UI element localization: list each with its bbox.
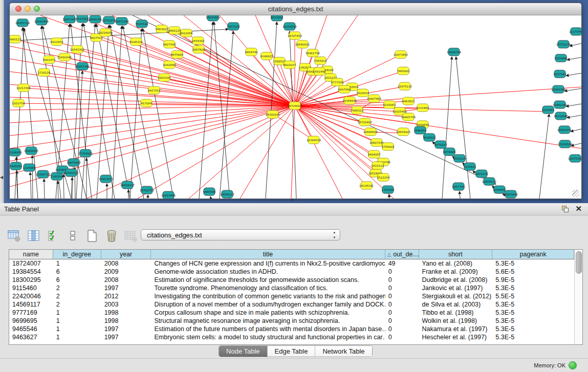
- graph-node[interactable]: 9684067: [368, 150, 381, 158]
- graph-node[interactable]: 10653287: [62, 15, 77, 23]
- graph-node[interactable]: 18300295: [266, 111, 280, 118]
- graph-node[interactable]: 10973493: [394, 51, 408, 58]
- collapse-handle-icon[interactable]: ◀: [0, 176, 3, 180]
- table-row[interactable]: 911546021997Tourette syndrome. Phenomeno…: [9, 284, 574, 292]
- graph-node[interactable]: 9146821: [260, 52, 273, 60]
- graph-node[interactable]: 16210643: [554, 112, 568, 120]
- table-select-dropdown[interactable]: citations_edges.txt ▴▾: [141, 229, 340, 240]
- graph-node[interactable]: 24055714: [15, 19, 30, 27]
- window-resize-grip[interactable]: [572, 190, 579, 197]
- graph-node[interactable]: 8822037: [284, 61, 296, 69]
- memory-status-indicator[interactable]: [569, 361, 577, 369]
- graph-node[interactable]: 2803144: [158, 74, 171, 81]
- graph-node[interactable]: 6879197: [434, 141, 447, 148]
- table-settings-icon[interactable]: [7, 229, 21, 243]
- graph-node[interactable]: 10925640: [504, 190, 518, 198]
- graph-node[interactable]: 11675342: [568, 155, 581, 162]
- graph-node[interactable]: 2522254: [377, 173, 390, 181]
- graph-node[interactable]: 2718126: [38, 69, 51, 76]
- graph-node[interactable]: 19384554: [307, 136, 321, 144]
- graph-node[interactable]: 10543382: [70, 46, 84, 53]
- graph-node[interactable]: 14569117: [220, 190, 234, 198]
- tab-network-table[interactable]: Network Table: [315, 346, 372, 357]
- graph-node[interactable]: 9242848: [163, 61, 176, 69]
- new-table-icon[interactable]: [85, 229, 99, 243]
- graph-node[interactable]: 8813054: [271, 15, 284, 21]
- table-scrollbar[interactable]: [574, 250, 582, 344]
- table-row[interactable]: 1872400712008Changes of HCN gene express…: [9, 259, 574, 268]
- graph-node[interactable]: 7955812: [314, 57, 327, 64]
- graph-node[interactable]: 17957253: [99, 175, 113, 183]
- splitpane-grip[interactable]: ▾: [292, 199, 296, 202]
- table-row[interactable]: 2242004622012Investigating the contribut…: [9, 292, 574, 300]
- column-header-title[interactable]: title: [151, 250, 385, 259]
- graph-node[interactable]: 9675685: [171, 51, 184, 58]
- graph-node[interactable]: 10654112: [482, 178, 496, 185]
- graph-node[interactable]: 9756928: [382, 143, 395, 150]
- graph-node[interactable]: 10688609: [363, 128, 378, 136]
- graph-node[interactable]: 1654382: [192, 37, 205, 45]
- graph-node[interactable]: 12923448: [161, 191, 176, 199]
- graph-node[interactable]: 6497568: [338, 85, 351, 93]
- graph-node[interactable]: 1691448: [313, 68, 326, 75]
- graph-node[interactable]: 9660123: [10, 35, 21, 43]
- graph-node[interactable]: 3215953: [542, 106, 555, 114]
- graph-node[interactable]: 7932621: [464, 163, 476, 170]
- graph-node[interactable]: 22420046: [57, 53, 72, 61]
- graph-node[interactable]: 9777169: [331, 78, 344, 86]
- graph-node[interactable]: 12975115: [398, 82, 412, 90]
- graph-node[interactable]: 16961758: [306, 49, 320, 57]
- graph-node[interactable]: 6216061: [383, 101, 396, 108]
- graph-node[interactable]: 7445061: [10, 162, 22, 170]
- graph-node[interactable]: 8912956: [180, 29, 193, 37]
- graph-node[interactable]: 7986322: [351, 106, 364, 114]
- graph-node[interactable]: 16958107: [120, 181, 135, 189]
- table-row[interactable]: 1938455462009Genome-wide association stu…: [9, 268, 574, 276]
- graph-node[interactable]: 11170767: [569, 28, 581, 35]
- graph-node[interactable]: 7857224: [227, 23, 240, 30]
- graph-node[interactable]: 7663822: [156, 25, 168, 33]
- scrollbar-thumb[interactable]: [576, 251, 582, 274]
- show-columns-icon[interactable]: [27, 229, 40, 243]
- graph-node[interactable]: 8454749: [245, 48, 258, 56]
- column-header-short[interactable]: short: [419, 250, 493, 259]
- graph-node[interactable]: 1527602: [76, 15, 89, 23]
- graph-node[interactable]: 1810754: [12, 99, 25, 107]
- graph-node[interactable]: 28495758: [401, 113, 416, 121]
- graph-node[interactable]: 39975887: [67, 159, 81, 166]
- close-traffic-icon[interactable]: [15, 6, 21, 12]
- graph-node[interactable]: 1640954: [414, 126, 427, 134]
- zoom-traffic-icon[interactable]: [34, 6, 40, 12]
- graph-node[interactable]: 13342737: [36, 170, 50, 178]
- graph-node[interactable]: 12505123: [64, 169, 78, 177]
- graph-node[interactable]: 15692971: [557, 126, 572, 134]
- column-header-year[interactable]: year: [101, 250, 151, 259]
- column-header-name[interactable]: name: [9, 250, 53, 259]
- graph-node[interactable]: 19654923: [396, 128, 410, 136]
- citation-graph[interactable]: 9660123891295498275031822605881863281054…: [10, 15, 581, 199]
- graph-node[interactable]: 10807487: [367, 95, 381, 102]
- graph-node[interactable]: 9329966: [555, 54, 568, 62]
- graph-node[interactable]: 16033809: [206, 15, 220, 21]
- row-height-icon[interactable]: [66, 229, 79, 243]
- graph-node[interactable]: 17016504: [558, 140, 572, 148]
- close-panel-icon[interactable]: ✕: [575, 204, 582, 213]
- graph-node[interactable]: 16720407: [358, 118, 372, 126]
- graph-node[interactable]: 7485083: [397, 67, 410, 75]
- graph-node[interactable]: 9901472: [43, 56, 56, 63]
- tab-node-table[interactable]: Node Table: [219, 346, 267, 357]
- table-row[interactable]: 946362711997Embryonic stem cells: a mode…: [9, 333, 574, 341]
- graph-node[interactable]: 12441342: [553, 101, 567, 108]
- graph-node[interactable]: 9115460: [417, 104, 429, 112]
- graph-node[interactable]: 9660125: [168, 27, 181, 34]
- network-canvas[interactable]: 9660123891295498275031822605881863281054…: [10, 15, 581, 199]
- graph-node[interactable]: 16648784: [447, 48, 461, 56]
- graph-node[interactable]: 18226058: [98, 29, 113, 36]
- graph-node[interactable]: 16782753: [140, 186, 154, 194]
- graph-node[interactable]: 15809455: [24, 147, 38, 155]
- graph-node[interactable]: 20053346: [75, 62, 90, 70]
- column-header-pagerank[interactable]: pagerank: [492, 250, 574, 259]
- select-columns-icon[interactable]: [46, 229, 60, 243]
- graph-node[interactable]: 18724007: [288, 102, 302, 110]
- graph-node[interactable]: 2935114: [453, 155, 466, 162]
